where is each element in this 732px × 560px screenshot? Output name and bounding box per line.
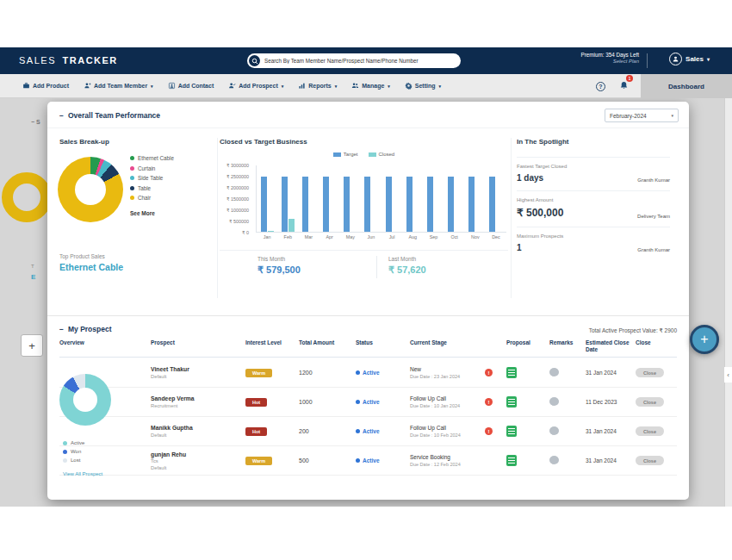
due-date: Due Date : 10 Jan 2024 <box>410 403 460 408</box>
notification-count-badge: 1 <box>626 75 633 82</box>
remarks-chat-icon[interactable] <box>549 456 559 464</box>
app-logo[interactable]: SALES TRACKER <box>19 55 118 65</box>
help-icon[interactable]: ? <box>596 82 605 91</box>
chevron-left-icon[interactable]: ‹ <box>724 367 732 383</box>
stage-name: New <box>410 366 460 372</box>
remarks-chat-icon[interactable] <box>549 368 559 376</box>
sales-legend-item: Curtain <box>130 165 174 171</box>
close-prospect-button[interactable]: Close <box>636 426 664 436</box>
dashboard-panel: − Overall Team Performance February-2024… <box>47 102 689 500</box>
total-active-prospect-value: Total Active Prospect Value: ₹ 2900 <box>589 327 677 334</box>
y-axis-tick: ₹ 2500000 <box>220 174 249 179</box>
contact-icon <box>168 82 176 90</box>
toolbar-add-contact[interactable]: Add Contact <box>168 82 214 90</box>
column-header-remarks: Remarks <box>549 339 586 346</box>
toolbar-item-label: Add Team Member <box>94 83 147 89</box>
manage-users-icon <box>351 82 359 90</box>
search-icon[interactable] <box>249 55 260 66</box>
column-header-total-amount: Total Amount <box>299 339 356 346</box>
target-bar <box>386 177 392 232</box>
proposal-document-icon[interactable] <box>506 455 517 466</box>
toolbar-add-product[interactable]: Add Product <box>22 82 69 90</box>
x-axis-label: Sep <box>423 234 444 240</box>
performance-section-header: − Overall Team Performance <box>59 111 160 120</box>
remarks-chat-icon[interactable] <box>549 397 559 406</box>
interest-badge: Hot <box>245 398 267 407</box>
prospect-name-cell[interactable]: Manikk GupthaDefault <box>151 425 245 438</box>
close-prospect-button[interactable]: Close <box>636 368 664 377</box>
prospect-icon <box>228 82 236 90</box>
collapse-toggle[interactable]: − <box>59 325 64 333</box>
last-month-label: Last Month <box>388 256 426 262</box>
spotlight-entries: Fastest Target Closed1 daysGranth KumarH… <box>517 157 670 260</box>
gear-icon <box>405 82 413 90</box>
premium-status: Premium: 354 Days Left Select Plan <box>580 52 639 64</box>
close-prospect-button[interactable]: Close <box>636 456 664 465</box>
x-axis-label: Oct <box>444 234 465 240</box>
scrollbar-track[interactable] <box>724 98 732 507</box>
divider <box>220 250 508 251</box>
proposal-document-icon[interactable] <box>506 396 517 408</box>
view-all-prospect-link[interactable]: View All Prospect <box>63 471 102 476</box>
overdue-alert-icon[interactable]: ! <box>485 398 493 406</box>
toolbar-setting[interactable]: Setting ▾ <box>405 82 441 90</box>
divider <box>376 256 377 278</box>
collapse-toggle[interactable]: − <box>59 111 64 120</box>
remarks-chat-icon[interactable] <box>549 426 559 435</box>
sales-tracker-app: SALES TRACKER Premium: 354 Days Left Sel… <box>0 0 732 560</box>
spotlight-title: In The Spotlight <box>517 138 568 146</box>
report-chart-icon <box>298 82 306 90</box>
period-dropdown[interactable]: February-2024 ▾ <box>605 109 679 122</box>
estimated-close-date: 31 Jan 2024 <box>586 370 636 376</box>
see-more-link[interactable]: See More <box>130 210 155 216</box>
section-title: Overall Team Performance <box>68 111 160 120</box>
x-axis-label: Feb <box>277 234 298 240</box>
notifications-bell[interactable]: 1 <box>619 78 629 94</box>
y-axis-tick: ₹ 2000000 <box>220 185 249 190</box>
global-search[interactable] <box>247 53 461 68</box>
close-prospect-button[interactable]: Close <box>636 397 664 407</box>
column-header-proposal: Proposal <box>506 339 549 346</box>
toolbar-item-label: Reports <box>308 83 331 89</box>
proposal-document-icon[interactable] <box>506 426 517 437</box>
prospect-row: gunjan RehuTcsDefaultWarm500ActiveServic… <box>59 446 677 476</box>
overview-legend-item: Won <box>63 449 84 454</box>
total-amount: 200 <box>299 428 356 434</box>
this-month-label: This Month <box>257 256 301 262</box>
sales-legend-item: Side Table <box>130 175 174 181</box>
proposal-document-icon[interactable] <box>506 367 517 378</box>
tab-dashboard[interactable]: Dashboard <box>641 74 732 98</box>
status-dot-icon <box>356 370 360 375</box>
user-menu[interactable]: Sales ▾ <box>669 53 710 65</box>
overdue-alert-icon[interactable]: ! <box>485 369 493 376</box>
bar-group-jul: Jul <box>382 165 402 232</box>
premium-days-left: Premium: 354 Days Left <box>580 52 639 58</box>
column-header-current-stage: Current Stage <box>410 339 506 346</box>
target-bar <box>468 177 475 232</box>
chevron-down-icon: ▾ <box>282 84 284 89</box>
prospect-name-cell[interactable]: Vineet ThakurDefault <box>151 366 245 379</box>
y-axis-tick: ₹ 1000000 <box>220 208 249 213</box>
bar-group-aug: Aug <box>402 165 423 232</box>
toolbar-item-label: Add Contact <box>178 83 214 89</box>
overdue-alert-icon[interactable]: ! <box>485 427 493 435</box>
select-plan-link[interactable]: Select Plan <box>580 59 639 64</box>
toolbar-add-prospect[interactable]: Add Prospect ▾ <box>228 82 283 90</box>
target-bar <box>406 177 413 232</box>
overview-legend-item: Active <box>63 440 84 445</box>
toolbar-add-team-member[interactable]: Add Team Member ▾ <box>84 82 153 90</box>
toolbar-reports[interactable]: Reports ▾ <box>298 82 337 90</box>
chevron-down-icon: ▾ <box>388 84 390 89</box>
floating-add-button[interactable]: + <box>690 325 719 354</box>
x-axis-label: Dec <box>486 234 506 240</box>
sales-breakup-donut-chart <box>58 157 123 222</box>
y-axis-tick: ₹ 1500000 <box>220 196 249 202</box>
divider <box>511 138 512 298</box>
search-input[interactable] <box>260 58 461 64</box>
status-badge: Active <box>356 457 410 464</box>
prospect-name-cell[interactable]: gunjan RehuTcsDefault <box>151 451 245 470</box>
toolbar-manage[interactable]: Manage ▾ <box>351 82 390 90</box>
prospect-name-cell[interactable]: Sandeep VermaRecruitment <box>151 395 245 408</box>
bar-plot-area: JanFebMarAprMayJunJulAugSepOctNovDec <box>256 165 506 233</box>
total-amount: 1000 <box>299 399 356 405</box>
